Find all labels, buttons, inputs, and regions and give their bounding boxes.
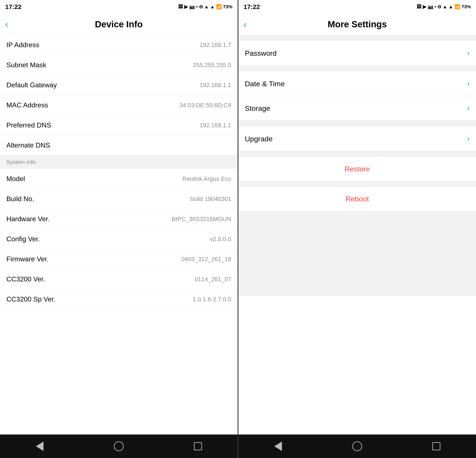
default-gateway-label: Default Gateway [6,81,57,89]
youtube-icon-r: ▶ [423,4,426,10]
back-button-right[interactable]: ‹ [244,19,247,30]
status-icons-right: 🖼 ▶ 📷 • ⊖ ▲ ▲ 📶 73% [417,4,471,10]
page-title-left: Device Info [95,19,143,29]
dot-icon: • [196,4,198,10]
cc3200-ver-label: CC3200 Ver. [6,275,45,283]
nav-bar-left [0,434,238,458]
date-time-label: Date & Time [245,80,285,88]
storage-label: Storage [245,104,270,113]
upgrade-label: Upgrade [245,135,272,143]
preferred-dns-row: Preferred DNS 192.168.1.1 [0,115,238,135]
build-no-value: build 19040301 [190,196,231,203]
left-panel: 17:22 🖼 ▶ 📷 • ⊖ ▲ ▲ 📶 73% ‹ Device Info … [0,0,238,458]
cc3200-ver-row: CC3200 Ver. 0114_261_07 [0,269,238,289]
device-info-content: IP Address 192.168.1.7 Subnet Mask 255.2… [0,35,238,434]
nav-home-left[interactable] [113,441,124,452]
image-icon-r: 🖼 [417,4,421,10]
more-settings-content: Password › Date & Time › Storage › Upgra… [238,35,476,434]
date-time-row[interactable]: Date & Time › [238,71,476,96]
config-ver-row: Config Ver. v2.0.0.0 [0,229,238,249]
wifi-icon-r: ▲ [449,4,453,10]
right-panel: 17:22 🖼 ▶ 📷 • ⊖ ▲ ▲ 📶 73% ‹ More Setting… [238,0,476,458]
config-ver-value: v2.0.0.0 [210,236,231,243]
subnet-mask-row: Subnet Mask 255.255.255.0 [0,55,238,75]
minus-circle-icon: ⊖ [199,4,203,10]
build-no-label: Build No. [6,195,34,203]
mac-address-label: MAC Address [6,101,48,109]
header-right: ‹ More Settings [238,14,476,35]
reboot-button[interactable]: Reboot [238,187,476,211]
date-time-chevron-icon: › [467,79,470,88]
alternate-dns-row: Alternate DNS [0,135,238,155]
cc3200-ver-value: 0114_261_07 [195,276,231,283]
status-bar-right: 17:22 🖼 ▶ 📷 • ⊖ ▲ ▲ 📶 73% [238,0,476,14]
mac-address-value: 34:03:DE:55:6D:C9 [179,102,231,109]
system-info-section-header: System Info [0,155,238,169]
restore-button[interactable]: Restore [238,157,476,181]
wifi-icon: ▲ [210,4,215,10]
upgrade-row[interactable]: Upgrade › [238,127,476,151]
model-label: Model [6,175,25,183]
cc3200-sp-ver-label: CC3200 Sp Ver. [6,295,55,303]
restore-label: Restore [344,165,370,173]
config-ver-label: Config Ver. [6,235,40,243]
model-value: Reolink Argus Eco [182,176,231,182]
default-gateway-row: Default Gateway 192.168.1.1 [0,75,238,95]
signal-icon-r: ▲ [442,4,447,10]
network-icon: 📶 [216,4,222,10]
nav-recent-left[interactable] [192,441,204,452]
ip-address-value: 192.168.1.7 [200,42,231,48]
build-no-row: Build No. build 19040301 [0,189,238,209]
youtube-icon: ▶ [184,4,188,10]
hardware-ver-label: Hardware Ver. [6,215,50,223]
password-row[interactable]: Password › [238,41,476,66]
status-bar-left: 17:22 🖼 ▶ 📷 • ⊖ ▲ ▲ 📶 73% [0,0,238,14]
upgrade-chevron-icon: › [467,134,470,143]
nav-back-left[interactable] [34,441,45,452]
firmware-ver-row: Firmware Ver. 0403_312_261_18 [0,249,238,269]
image-icon: 🖼 [178,4,183,10]
ip-address-row: IP Address 192.168.1.7 [0,35,238,55]
gap-top [238,35,476,41]
preferred-dns-label: Preferred DNS [6,121,51,129]
alternate-dns-label: Alternate DNS [6,141,50,149]
back-button-left[interactable]: ‹ [5,19,8,30]
password-chevron-icon: › [467,49,470,58]
header-left: ‹ Device Info [0,14,238,35]
reboot-label: Reboot [346,195,369,203]
gap-reboot [238,181,476,187]
page-title-right: More Settings [328,19,387,29]
subnet-mask-value: 255.255.255.0 [193,62,231,69]
bottom-empty-area [238,211,476,296]
nav-home-right[interactable] [352,441,363,452]
storage-row[interactable]: Storage › [238,96,476,121]
camera-icon: 📷 [189,4,195,10]
ip-address-label: IP Address [6,41,39,49]
default-gateway-value: 192.168.1.1 [200,82,231,89]
minus-circle-icon-r: ⊖ [437,4,441,10]
storage-chevron-icon: › [467,104,470,113]
dot-icon-r: • [435,4,436,10]
firmware-ver-label: Firmware Ver. [6,255,48,263]
battery-right: 73% [461,4,471,10]
hardware-ver-row: Hardware Ver. BIPC_36S3216MGUN [0,209,238,229]
time-right: 17:22 [244,3,260,10]
preferred-dns-value: 192.168.1.1 [200,122,231,129]
firmware-ver-value: 0403_312_261_18 [181,256,231,263]
mac-address-row: MAC Address 34:03:DE:55:6D:C9 [0,95,238,115]
nav-back-right[interactable] [272,441,284,452]
time-left: 17:22 [5,3,22,10]
nav-recent-right[interactable] [431,441,442,452]
password-label: Password [245,49,277,57]
cc3200-sp-ver-row: CC3200 Sp Ver. 1.0.1.6-2.7.0.0 [0,289,238,309]
signal-icon: ▲ [204,4,209,10]
subnet-mask-label: Subnet Mask [6,61,46,69]
nav-bar-right [238,434,476,458]
gap-restore [238,151,476,157]
cc3200-sp-ver-value: 1.0.1.6-2.7.0.0 [193,296,231,303]
camera-icon-r: 📷 [428,4,433,10]
hardware-ver-value: BIPC_36S3216MGUN [172,216,231,222]
gap-date-time [238,66,476,71]
gap-upgrade [238,121,476,127]
battery-left: 73% [223,4,232,10]
